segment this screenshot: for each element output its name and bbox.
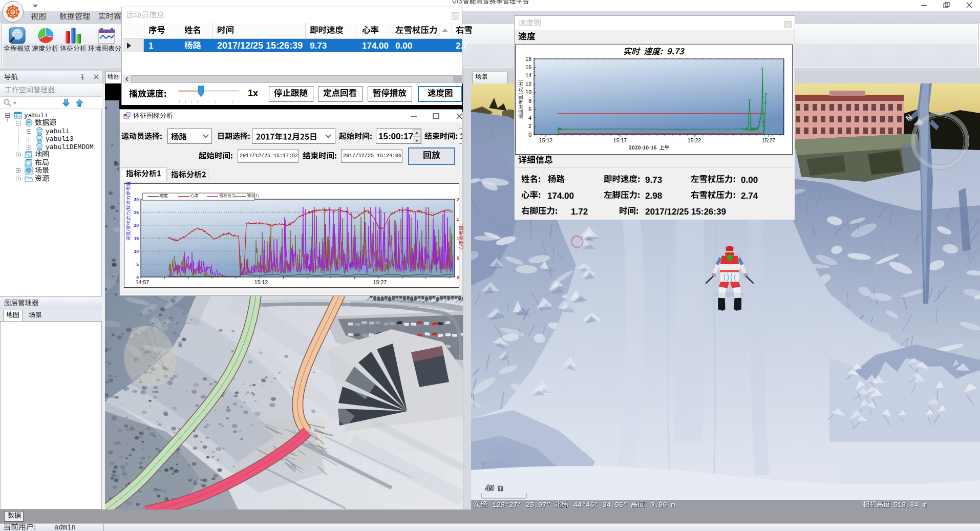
svg-text:15:22: 15:22 bbox=[688, 137, 701, 143]
svg-text:30: 30 bbox=[134, 197, 139, 202]
svg-text:20: 20 bbox=[134, 223, 139, 228]
svg-text:4: 4 bbox=[528, 115, 531, 121]
svg-text:14:57: 14:57 bbox=[136, 279, 149, 285]
svg-text:15:12: 15:12 bbox=[254, 279, 268, 285]
svg-text:16: 16 bbox=[525, 64, 531, 70]
svg-text:200: 200 bbox=[457, 197, 459, 202]
svg-text:5: 5 bbox=[136, 262, 139, 267]
svg-text:49 m: 49 m bbox=[485, 484, 503, 493]
svg-text:18: 18 bbox=[525, 56, 531, 62]
svg-text:150: 150 bbox=[457, 217, 459, 222]
svg-text:6: 6 bbox=[528, 106, 531, 112]
svg-text:0: 0 bbox=[528, 132, 531, 138]
svg-text:25: 25 bbox=[134, 210, 139, 215]
svg-text:0: 0 bbox=[457, 275, 459, 280]
svg-text:15:27: 15:27 bbox=[762, 137, 775, 143]
svg-text:15:27: 15:27 bbox=[373, 279, 387, 285]
svg-text:8: 8 bbox=[528, 98, 531, 104]
svg-text:10: 10 bbox=[525, 89, 531, 95]
svg-text:2: 2 bbox=[528, 123, 531, 129]
svg-text:10: 10 bbox=[134, 249, 139, 254]
svg-text:14: 14 bbox=[525, 72, 531, 78]
svg-text:50: 50 bbox=[457, 256, 459, 261]
svg-text:15:12: 15:12 bbox=[539, 137, 552, 143]
svg-text:12: 12 bbox=[525, 81, 531, 87]
svg-text:15: 15 bbox=[134, 236, 139, 241]
svg-text:15:17: 15:17 bbox=[613, 137, 627, 143]
